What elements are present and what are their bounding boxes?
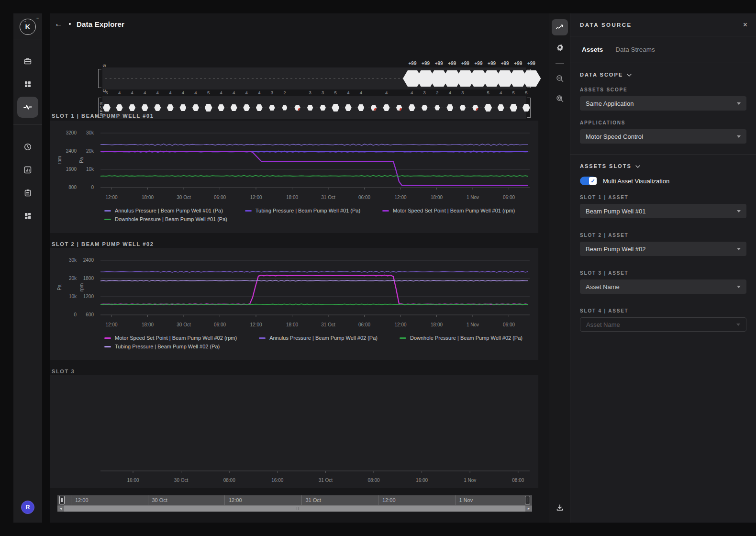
recs-dot-hex[interactable] — [332, 104, 339, 112]
recs-count-label: 4 — [144, 90, 146, 95]
legend-item[interactable]: Annulus Pressure | Beam Pump Well #01 (P… — [104, 208, 223, 213]
x-tick-label: 30 Oct — [170, 322, 197, 327]
tool-settings[interactable] — [552, 39, 568, 56]
legend-item[interactable]: Downhole Pressure | Beam Pump Well #01 (… — [104, 216, 227, 222]
recs-count-label: 5 — [207, 90, 210, 95]
recs-dot-hex[interactable] — [154, 104, 161, 111]
scroll-left-arrow[interactable]: ◄ — [57, 505, 64, 512]
zoom-out-icon — [556, 74, 564, 83]
recs-dot-hex[interactable] — [218, 104, 224, 111]
multi-asset-toggle[interactable]: ✓ — [580, 177, 597, 185]
recs-dot-hex[interactable] — [282, 105, 287, 111]
recs-dot-hex[interactable] — [357, 104, 364, 111]
recs-count-label: 4 — [360, 90, 362, 95]
recs-dot-hex[interactable] — [396, 105, 402, 111]
recs-dot-hex[interactable] — [422, 105, 428, 111]
legend-swatch — [259, 337, 266, 339]
recs-dot-hex[interactable] — [307, 105, 313, 111]
recs-dot-hex[interactable] — [320, 105, 326, 111]
chevron-down-icon — [627, 74, 632, 77]
scrubber-label: 31 Oct — [301, 495, 378, 505]
y-axis-title: Pa — [79, 152, 84, 169]
recs-dot-hex[interactable] — [498, 104, 504, 111]
tool-zoom-reset[interactable] — [552, 90, 568, 107]
legend-item[interactable]: Downhole Pressure | Beam Pump Well #02 (… — [400, 335, 523, 341]
scrubber-scrollbar[interactable]: ◄ ► — [57, 505, 532, 512]
x-tick-label: 1 Nov — [456, 478, 483, 483]
tool-download[interactable] — [552, 500, 568, 516]
recs-dot-hex[interactable] — [510, 104, 517, 112]
sidebar-item-tasks[interactable] — [17, 182, 38, 203]
slot3-asset-select[interactable]: Asset Name — [580, 279, 746, 294]
recs-dot-hex[interactable] — [167, 104, 174, 111]
legend-item[interactable]: Tubing Pressure | Beam Pump Well #02 (Pa… — [104, 344, 220, 349]
scrollbar-grip[interactable] — [295, 507, 299, 510]
legend-item[interactable]: Motor Speed Set Point | Beam Pump Well #… — [104, 335, 237, 341]
recs-count-label: 4 — [245, 90, 248, 95]
sidebar-item-reports[interactable] — [17, 159, 38, 180]
scrubber-handle-right[interactable] — [525, 496, 530, 504]
recs-lane — [102, 96, 526, 119]
recs-dot-hex[interactable] — [192, 104, 199, 111]
x-tick-label: 18:00 — [423, 195, 450, 200]
back-button[interactable]: ← — [55, 19, 67, 29]
scrubber-handle-left[interactable] — [59, 496, 65, 504]
sidebar-item-toolbox[interactable] — [17, 51, 38, 72]
scrubber-band[interactable]: 12:0030 Oct12:0031 Oct12:001 Nov — [57, 495, 532, 505]
recs-dot-hex[interactable] — [129, 104, 135, 111]
section-assets-slots[interactable]: ASSETS SLOTS — [570, 163, 756, 169]
scroll-right-arrow[interactable]: ► — [525, 505, 532, 512]
recs-dot-hex[interactable] — [269, 105, 275, 111]
slot2-asset-select[interactable]: Beam Pump Well #02 — [580, 242, 746, 256]
slot1-asset-select[interactable]: Beam Pump Well #01 — [580, 204, 746, 218]
assets-scope-select[interactable]: Same Application — [580, 96, 746, 111]
legend-item[interactable]: Motor Speed Set Point | Beam Pump Well #… — [382, 208, 515, 213]
recs-dot-hex[interactable] — [434, 105, 440, 111]
sidebar-item-history[interactable] — [17, 136, 38, 157]
user-avatar[interactable]: R — [21, 501, 34, 514]
recs-dot-hex[interactable] — [371, 105, 377, 111]
x-tick-label: 06:00 — [207, 195, 233, 200]
recs-dot-hex[interactable] — [243, 104, 250, 111]
section-data-scope[interactable]: DATA SCOPE — [570, 72, 756, 78]
x-tick-label: 06:00 — [351, 322, 378, 327]
recs-count-label: 5 — [334, 90, 337, 95]
recs-dot-hex[interactable] — [103, 104, 111, 112]
close-icon[interactable]: × — [743, 21, 747, 29]
series-line — [100, 275, 528, 305]
applications-select[interactable]: Motor Speed Control — [580, 129, 746, 144]
recs-dot-hex[interactable] — [472, 105, 478, 111]
tool-zoom-out[interactable] — [552, 70, 568, 87]
sidebar-item-dashboards[interactable] — [17, 205, 38, 226]
controls-badge-count: +99 — [435, 61, 443, 66]
recs-dot-hex[interactable] — [231, 104, 237, 111]
tab-data-streams[interactable]: Data Streams — [615, 46, 655, 53]
x-tick-label: 06:00 — [496, 195, 523, 200]
x-tick-label: 18:00 — [423, 322, 450, 327]
recs-dot-hex[interactable] — [345, 104, 352, 111]
y-tick-label: 2400 — [77, 257, 94, 263]
recs-dot-hex[interactable] — [116, 104, 123, 111]
tool-trend[interactable] — [552, 19, 568, 35]
recs-dot-hex[interactable] — [383, 104, 390, 111]
recs-dot-hex[interactable] — [460, 105, 466, 111]
scrubber-label: 12:00 — [71, 495, 148, 505]
recs-dot-hex[interactable] — [205, 104, 212, 112]
legend-item[interactable]: Tubing Pressure | Beam Pump Well #01 (Pa… — [245, 208, 360, 213]
sidebar-divider — [13, 124, 42, 125]
recs-dot-hex[interactable] — [484, 104, 492, 112]
tab-assets[interactable]: Assets — [582, 46, 603, 53]
recs-dot-hex[interactable] — [256, 104, 263, 111]
recs-dot-hex[interactable] — [142, 104, 148, 111]
time-range-scrubber: 12:0030 Oct12:0031 Oct12:001 Nov ◄ ► — [57, 495, 532, 511]
controls-event-hex[interactable] — [522, 70, 541, 87]
recs-dot-hex[interactable] — [446, 104, 453, 111]
recs-dot-hex[interactable] — [179, 104, 186, 111]
recs-dot-hex[interactable] — [294, 105, 300, 111]
slot1-chart: 320024001600800rpm30k20k10k0Pa12:0018:00… — [50, 121, 538, 233]
recs-dot-hex[interactable] — [409, 104, 415, 111]
sidebar-item-grid[interactable] — [17, 74, 38, 95]
sidebar-item-data-explorer[interactable] — [17, 97, 38, 118]
y-axis-title: Pa — [57, 279, 62, 296]
legend-item[interactable]: Annulus Pressure | Beam Pump Well #02 (P… — [259, 335, 378, 341]
